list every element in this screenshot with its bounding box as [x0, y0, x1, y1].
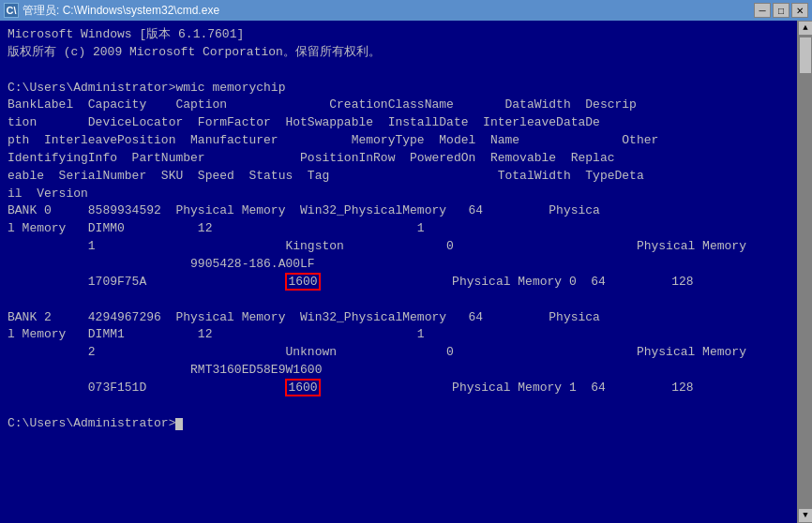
- line-bank0-1: BANK 0 8589934592 Physical Memory Win32_…: [8, 202, 788, 220]
- title-bar-buttons: ─ □ ✕: [754, 3, 808, 18]
- title-bar-text: 管理员: C:\Windows\system32\cmd.exe: [23, 3, 754, 19]
- minimize-button[interactable]: ─: [754, 3, 771, 18]
- line-1: Microsoft Windows [版本 6.1.7601]: [8, 26, 788, 44]
- line-bank2-1: BANK 2 4294967296 Physical Memory Win32_…: [8, 309, 788, 327]
- line-2: 版权所有 (c) 2009 Microsoft Corporation。保留所有…: [8, 44, 788, 62]
- highlight-box-2: 1600: [285, 379, 320, 396]
- console-area: Microsoft Windows [版本 6.1.7601] 版权所有 (c)…: [0, 21, 812, 523]
- line-bank0-3: 1 Kingston 0 Physical Memory: [8, 238, 788, 256]
- line-5: BankLabel Capacity Caption CreationClass…: [8, 97, 788, 114]
- line-10: il Version: [8, 186, 788, 203]
- line-bank2-2: l Memory DIMM1 12 1: [8, 326, 788, 344]
- line-bank0-2: l Memory DIMM0 12 1: [8, 220, 788, 238]
- line-7: pth InterleavePosition Manufacturer Memo…: [8, 132, 788, 150]
- title-bar: C\ 管理员: C:\Windows\system32\cmd.exe ─ □ …: [0, 0, 812, 21]
- scrollbar-down-button[interactable]: ▼: [798, 508, 812, 523]
- close-button[interactable]: ✕: [791, 3, 808, 18]
- line-bank0-4: 9905428-186.A00LF: [8, 256, 788, 274]
- maximize-button[interactable]: □: [773, 3, 789, 18]
- line-6: tion DeviceLocator FormFactor HotSwappab…: [8, 114, 788, 132]
- title-bar-icon: C\: [4, 3, 19, 18]
- line-prompt: C:\Users\Administrator>: [8, 415, 788, 433]
- line-blank-mid: [8, 291, 788, 309]
- scrollbar[interactable]: ▲ ▼: [797, 21, 812, 523]
- line-blank-end: [8, 397, 788, 415]
- highlight-box-1: 1600: [285, 273, 320, 291]
- line-9: eable SerialNumber SKU Speed Status Tag …: [8, 168, 788, 186]
- scrollbar-up-button[interactable]: ▲: [798, 21, 812, 36]
- console-content: Microsoft Windows [版本 6.1.7601] 版权所有 (c)…: [8, 26, 804, 432]
- line-bank2-5: 073F151D 1600 Physical Memory 1 64 128: [8, 380, 788, 397]
- line-bank0-5: 1709F75A 1600 Physical Memory 0 64 128: [8, 274, 788, 291]
- line-3: [8, 62, 788, 80]
- line-4: C:\Users\Administrator>wmic memorychip: [8, 80, 788, 97]
- line-bank2-3: 2 Unknown 0 Physical Memory: [8, 344, 788, 362]
- line-8: IdentifyingInfo PartNumber PositionInRow…: [8, 150, 788, 168]
- cursor: [175, 418, 183, 430]
- line-bank2-4: RMT3160ED58E9W1600: [8, 362, 788, 380]
- scrollbar-thumb[interactable]: [799, 37, 812, 74]
- scrollbar-track: [798, 36, 812, 508]
